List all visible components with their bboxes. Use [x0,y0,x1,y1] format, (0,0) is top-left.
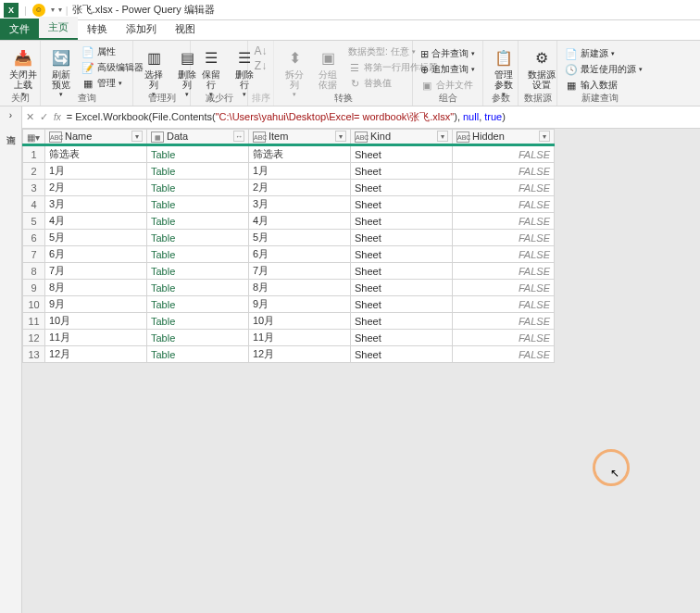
qat-dropdown[interactable]: ▾ [58,6,62,14]
cell-kind[interactable]: Sheet [351,346,453,363]
row-number[interactable]: 4 [23,196,45,213]
cell-kind[interactable]: Sheet [351,263,453,280]
cell-hidden[interactable]: FALSE [453,163,555,180]
column-header-data[interactable]: ▦Data↔ [147,130,249,145]
cell-name[interactable]: 筛选表 [45,145,147,163]
cell-kind[interactable]: Sheet [351,230,453,246]
cell-data[interactable]: Table [147,213,249,230]
table-row[interactable]: 43月Table3月SheetFALSE [23,196,555,213]
filter-icon[interactable]: ▾ [539,131,550,142]
cell-item[interactable]: 11月 [249,330,351,346]
table-row[interactable]: 1312月Table12月SheetFALSE [23,346,555,363]
cell-data[interactable]: Table [147,230,249,246]
cell-hidden[interactable]: FALSE [453,280,555,296]
append-queries-button[interactable]: ⊕追加查询 ▾ [419,62,477,77]
cell-hidden[interactable]: FALSE [453,313,555,330]
row-number[interactable]: 2 [23,163,45,180]
table-row[interactable]: 21月Table1月SheetFALSE [23,163,555,180]
queries-pane-collapsed[interactable]: › 查询 [0,106,22,613]
cell-hidden[interactable]: FALSE [453,263,555,280]
cell-data[interactable]: Table [147,313,249,330]
new-source-button[interactable]: 📄新建源 ▾ [563,46,637,61]
enter-data-button[interactable]: ▦输入数据 [563,78,637,93]
tab-view[interactable]: 视图 [166,19,205,40]
cell-hidden[interactable]: FALSE [453,330,555,346]
table-row[interactable]: 1211月Table11月SheetFALSE [23,330,555,346]
cell-kind[interactable]: Sheet [351,313,453,330]
cell-data[interactable]: Table [147,280,249,296]
sort-asc-button[interactable]: A↓ [254,44,267,57]
row-number[interactable]: 11 [23,313,45,330]
tab-file[interactable]: 文件 [0,19,39,40]
table-row[interactable]: 76月Table6月SheetFALSE [23,246,555,263]
cancel-formula-icon[interactable]: ✕ [26,111,34,123]
accept-formula-icon[interactable]: ✓ [40,111,48,123]
cell-hidden[interactable]: FALSE [453,196,555,213]
cell-hidden[interactable]: FALSE [453,230,555,246]
cell-item[interactable]: 10月 [249,313,351,330]
table-row[interactable]: 87月Table7月SheetFALSE [23,263,555,280]
cell-name[interactable]: 8月 [45,280,147,296]
cell-item[interactable]: 3月 [249,196,351,213]
row-number[interactable]: 13 [23,346,45,363]
cell-hidden[interactable]: FALSE [453,346,555,363]
tab-add-column[interactable]: 添加列 [117,19,166,40]
cell-kind[interactable]: Sheet [351,296,453,313]
cell-hidden[interactable]: FALSE [453,246,555,263]
cell-hidden[interactable]: FALSE [453,145,555,163]
cell-data[interactable]: Table [147,263,249,280]
cell-name[interactable]: 3月 [45,196,147,213]
table-row[interactable]: 1筛选表Table筛选表SheetFALSE [23,145,555,163]
cell-item[interactable]: 9月 [249,296,351,313]
cell-data[interactable]: Table [147,346,249,363]
cell-name[interactable]: 4月 [45,213,147,230]
column-header-kind[interactable]: ABCKind▾ [351,130,453,145]
cell-item[interactable]: 6月 [249,246,351,263]
filter-icon[interactable]: ▾ [437,131,448,142]
merge-queries-button[interactable]: ⊞合并查询 ▾ [419,46,477,61]
recent-sources-button[interactable]: 🕓最近使用的源 ▾ [563,62,637,77]
row-number[interactable]: 12 [23,330,45,346]
cell-data[interactable]: Table [147,180,249,196]
table-row[interactable]: 98月Table8月SheetFALSE [23,280,555,296]
filter-icon[interactable]: ▾ [131,131,143,142]
group-by-button[interactable]: ▣ 分组 依据 [313,44,343,92]
cell-item[interactable]: 5月 [249,230,351,246]
cell-name[interactable]: 6月 [45,246,147,263]
cell-name[interactable]: 9月 [45,296,147,313]
data-grid[interactable]: ▦▾ ABCName▾ ▦Data↔ ABCItem▾ ABCKind▾ ABC… [22,129,555,363]
table-row[interactable]: 65月Table5月SheetFALSE [23,230,555,246]
row-number[interactable]: 8 [23,263,45,280]
expand-icon[interactable]: ↔ [233,131,244,142]
cell-item[interactable]: 12月 [249,346,351,363]
chevron-down-icon[interactable]: ▾ [51,6,55,14]
cell-item[interactable]: 1月 [249,163,351,180]
row-number[interactable]: 5 [23,213,45,230]
cell-data[interactable]: Table [147,196,249,213]
combine-files-button[interactable]: ▣合并文件 [419,78,477,93]
cell-kind[interactable]: Sheet [351,246,453,263]
cell-hidden[interactable]: FALSE [453,296,555,313]
data-source-settings-button[interactable]: ⚙ 数据源 设置 [524,44,559,92]
cell-kind[interactable]: Sheet [351,145,453,163]
table-row[interactable]: 109月Table9月SheetFALSE [23,296,555,313]
row-number[interactable]: 9 [23,280,45,296]
cell-item[interactable]: 4月 [249,213,351,230]
cell-hidden[interactable]: FALSE [453,180,555,196]
cell-data[interactable]: Table [147,296,249,313]
cell-kind[interactable]: Sheet [351,280,453,296]
cell-name[interactable]: 5月 [45,230,147,246]
table-row[interactable]: 32月Table2月SheetFALSE [23,180,555,196]
cell-hidden[interactable]: FALSE [453,213,555,230]
cell-data[interactable]: Table [147,246,249,263]
column-header-name[interactable]: ABCName▾ [45,130,147,145]
cell-name[interactable]: 10月 [45,313,147,330]
row-number[interactable]: 6 [23,230,45,246]
cell-kind[interactable]: Sheet [351,330,453,346]
cell-data[interactable]: Table [147,145,249,163]
cell-kind[interactable]: Sheet [351,213,453,230]
cell-data[interactable]: Table [147,330,249,346]
row-number[interactable]: 3 [23,180,45,196]
row-number[interactable]: 7 [23,246,45,263]
fx-icon[interactable]: fx [54,112,61,122]
